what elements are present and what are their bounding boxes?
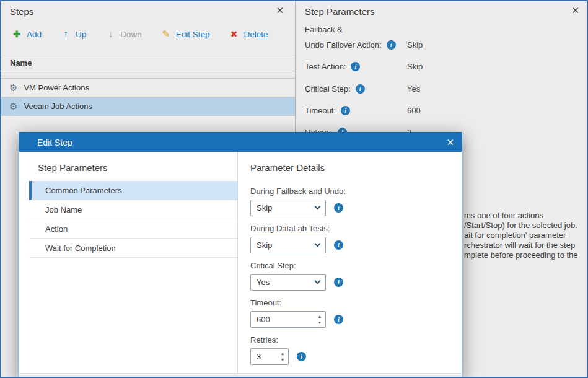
parameter-details: Parameter Details During Failback and Un…: [238, 152, 462, 373]
description-line: ait for completion' parameter: [464, 231, 586, 240]
retries-stepper[interactable]: 3 ▴ ▾: [250, 348, 289, 365]
steps-panel-title: Steps: [10, 6, 33, 17]
info-icon[interactable]: i: [341, 106, 350, 115]
param-label: Timeout:: [305, 106, 336, 115]
info-icon[interactable]: i: [334, 240, 343, 250]
nav-item-action[interactable]: Action: [29, 219, 237, 239]
param-critical-step: Critical Step: i Yes: [305, 84, 582, 98]
delete-cross-icon: ✖: [229, 29, 240, 39]
dialog-title: Edit Step: [37, 138, 72, 147]
select-value: Skip: [257, 240, 272, 250]
nav-item-label: Common Parameters: [45, 186, 122, 195]
dialog-body: Step Parameters Common Parameters Job Na…: [19, 152, 462, 373]
number-value: 600: [257, 315, 270, 324]
parameter-details-title: Parameter Details: [250, 162, 449, 173]
add-button-label: Add: [27, 30, 42, 39]
param-value: Yes: [407, 84, 420, 94]
params-close-button[interactable]: ✕: [571, 5, 579, 16]
chevron-down-icon: [315, 204, 321, 210]
edit-step-dialog: Edit Step ✕ Step Parameters Common Param…: [19, 132, 462, 378]
param-value: 600: [407, 106, 421, 115]
spinner-up-icon[interactable]: ▴: [316, 314, 323, 320]
nav-item-wait-for-completion[interactable]: Wait for Completion: [29, 239, 237, 258]
failback-label-line1: Failback &: [305, 25, 343, 34]
nav-item-label: Job Name: [45, 205, 82, 214]
info-icon[interactable]: i: [351, 62, 360, 71]
critical-step-select[interactable]: Yes: [250, 274, 326, 291]
field-label: Retries:: [250, 335, 449, 345]
name-column-header[interactable]: Name: [1, 55, 295, 71]
dialog-close-button[interactable]: ✕: [446, 137, 454, 148]
steps-list: ⚙ VM Power Actions ⚙ Veeam Job Actions: [1, 78, 295, 116]
spinner-up-icon[interactable]: ▴: [279, 351, 286, 357]
field-timeout: Timeout: 600 ▴ ▾ i: [250, 298, 449, 328]
delete-button[interactable]: ✖ Delete: [229, 29, 268, 39]
up-button[interactable]: ↑ Up: [60, 29, 86, 40]
info-icon[interactable]: i: [334, 278, 343, 287]
dialog-nav-list: Common Parameters Job Name Action Wait f…: [29, 181, 237, 258]
down-button-label: Down: [120, 30, 142, 39]
edit-step-button[interactable]: ✎ Edit Step: [160, 29, 210, 40]
param-value: Skip: [407, 62, 423, 71]
param-undo-failover-action: Undo Failover Action: i Skip: [305, 40, 582, 54]
steps-toolbar: ✚ Add ↑ Up ↓ Down ✎ Edit Step ✖ Delete: [11, 26, 268, 42]
timeout-stepper[interactable]: 600 ▴ ▾: [250, 311, 326, 328]
delete-button-label: Delete: [244, 30, 268, 39]
info-icon[interactable]: i: [387, 40, 396, 50]
description-line: ms one of four actions: [464, 211, 586, 221]
close-icon: ✕: [571, 5, 579, 15]
field-label: During Failback and Undo:: [250, 187, 449, 196]
param-timeout: Timeout: i 600: [305, 106, 582, 120]
description-line: mplete before proceeding to the: [464, 250, 586, 260]
during-failback-select[interactable]: Skip: [250, 200, 326, 216]
param-label: Undo Failover Action:: [305, 40, 382, 50]
dialog-nav: Step Parameters Common Parameters Job Na…: [19, 152, 238, 373]
field-during-datalab-tests: During DataLab Tests: Skip i: [250, 224, 449, 253]
info-icon[interactable]: i: [356, 84, 365, 94]
param-label: Critical Step:: [305, 84, 351, 94]
info-icon[interactable]: i: [334, 315, 343, 324]
vm-power-actions-icon: ⚙: [9, 82, 17, 94]
plus-icon: ✚: [11, 29, 22, 39]
info-icon[interactable]: i: [297, 352, 306, 361]
add-button[interactable]: ✚ Add: [11, 29, 42, 39]
arrow-down-icon: ↓: [105, 29, 116, 40]
spinner-down-icon[interactable]: ▾: [316, 320, 323, 326]
spinner: ▴ ▾: [279, 351, 286, 363]
close-icon: ✕: [276, 5, 284, 15]
arrow-up-icon: ↑: [60, 29, 71, 40]
nav-item-job-name[interactable]: Job Name: [29, 200, 237, 219]
field-label: Critical Step:: [250, 261, 449, 270]
description-line: /Start/Stop) for the selected job.: [464, 221, 586, 231]
nav-item-common-parameters[interactable]: Common Parameters: [29, 181, 237, 200]
spinner-down-icon[interactable]: ▾: [279, 357, 286, 363]
app-window: Steps ✕ ✚ Add ↑ Up ↓ Down ✎ Edit Step ✖: [0, 0, 588, 378]
row-label: Veeam Job Actions: [24, 102, 92, 111]
dialog-nav-title: Step Parameters: [38, 162, 237, 173]
chevron-down-icon: [315, 278, 321, 284]
select-value: Yes: [257, 278, 270, 287]
down-button[interactable]: ↓ Down: [105, 29, 142, 40]
during-datalab-select[interactable]: Skip: [250, 237, 326, 253]
info-icon[interactable]: i: [334, 203, 343, 213]
nav-item-label: Wait for Completion: [45, 244, 116, 253]
field-label: Timeout:: [250, 298, 449, 307]
dialog-titlebar: Edit Step ✕: [19, 133, 462, 152]
steps-close-button[interactable]: ✕: [276, 5, 284, 16]
param-value: Skip: [407, 40, 423, 50]
nav-item-label: Action: [45, 224, 68, 234]
param-test-action: Test Action: i Skip: [305, 62, 582, 76]
table-row-vm-power-actions[interactable]: ⚙ VM Power Actions: [1, 79, 295, 97]
row-label: VM Power Actions: [24, 83, 89, 92]
table-row-veeam-job-actions[interactable]: ⚙ Veeam Job Actions: [1, 97, 295, 116]
description-text-clipped: ms one of four actions /Start/Stop) for …: [464, 211, 586, 260]
field-retries: Retries: 3 ▴ ▾ i: [250, 335, 449, 365]
spinner: ▴ ▾: [316, 314, 323, 326]
field-critical-step: Critical Step: Yes i: [250, 261, 449, 291]
close-icon: ✕: [446, 137, 454, 147]
field-label: During DataLab Tests:: [250, 224, 449, 233]
number-value: 3: [257, 352, 261, 361]
description-line: rchestrator will wait for the step: [464, 240, 586, 250]
field-during-failback-and-undo: During Failback and Undo: Skip i: [250, 187, 449, 216]
select-value: Skip: [257, 203, 272, 213]
